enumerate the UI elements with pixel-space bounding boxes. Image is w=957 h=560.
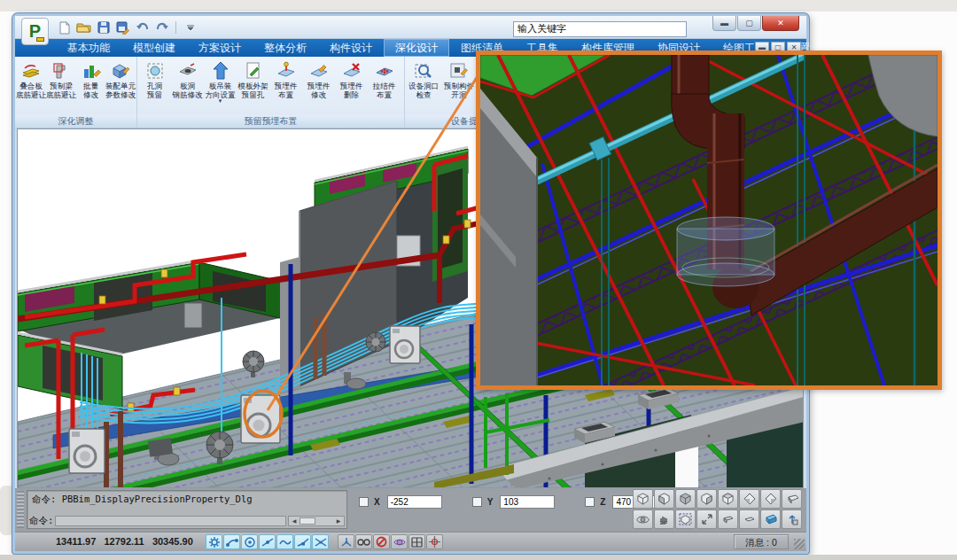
coordinate-inputs: X Y Z xyxy=(359,495,667,509)
tab-component-design[interactable]: 构件设计 xyxy=(318,39,384,57)
panel-drag-handle[interactable] xyxy=(17,491,24,528)
x-label: X xyxy=(374,497,380,507)
composite-slab-rebar-avoid-button[interactable]: 叠合板 底筋避让 xyxy=(16,58,46,115)
tab-overall-analysis[interactable]: 整体分析 xyxy=(253,39,318,57)
keyword-search xyxy=(513,19,687,37)
view-previous-button[interactable] xyxy=(718,509,738,529)
batch-modify-button[interactable]: 批量 修改 xyxy=(76,58,105,115)
tab-model-creation[interactable]: 模型创建 xyxy=(121,39,187,57)
app-logo-button[interactable]: P xyxy=(21,18,49,45)
equipment-box xyxy=(148,438,173,456)
render-mode-button[interactable] xyxy=(760,509,781,529)
precast-beam-rebar-avoid-button[interactable]: 预制梁 底筋避让 xyxy=(46,58,76,115)
hole-reserve-icon xyxy=(144,60,166,82)
hole-reserve-button[interactable]: 孔洞 预留 xyxy=(138,58,171,115)
embed-part-place-button[interactable]: 预埋件 布置 xyxy=(269,58,302,115)
command-window: 命令: PBBim_DisplayPrecisionProperty_Dlg 命… xyxy=(27,490,347,529)
assembly-unit-param-modify-button[interactable]: 装配单元 参数修改 xyxy=(105,58,136,115)
osnap-intersection-button[interactable] xyxy=(312,534,329,549)
polar-tracking-button[interactable] xyxy=(338,534,354,549)
scroll-thumb[interactable] xyxy=(300,517,315,525)
view-bottom-button[interactable] xyxy=(782,489,802,509)
toolbar-separator xyxy=(175,21,176,34)
pan-button[interactable] xyxy=(654,509,674,529)
keyword-search-input[interactable] xyxy=(513,21,687,37)
x-coordinate-field[interactable] xyxy=(387,495,442,509)
formwork-reserve-hole-button[interactable]: 模板外架 预留孔 xyxy=(237,58,269,115)
ucs-locate-button[interactable] xyxy=(782,509,802,529)
orbit-3d-button[interactable] xyxy=(391,534,408,549)
view-back-button[interactable] xyxy=(718,489,738,509)
embed-part-delete-button[interactable]: 预埋件 删除 xyxy=(335,58,368,115)
z-lock-checkbox[interactable] xyxy=(585,497,595,507)
x-lock-checkbox[interactable] xyxy=(359,497,369,507)
view-iso-ne-button[interactable] xyxy=(760,489,781,509)
grid-toggle-button[interactable] xyxy=(408,534,425,549)
view-next-button[interactable] xyxy=(739,509,759,529)
save-as-button[interactable] xyxy=(114,19,131,35)
minimize-button[interactable]: ▬ xyxy=(712,16,736,31)
precast-beam-icon xyxy=(51,60,73,82)
slab-hole-rebar-modify-button[interactable]: 板洞 钢筋修改 xyxy=(171,58,204,115)
slab-hole-icon xyxy=(176,60,198,82)
quick-access-toolbar xyxy=(56,19,198,35)
save-button[interactable] xyxy=(95,19,112,35)
group-label-detailing-adjust: 深化调整 xyxy=(15,115,136,128)
osnap-center-button[interactable] xyxy=(241,534,258,549)
tab-basic-functions[interactable]: 基本功能 xyxy=(56,39,121,57)
equipment-opening-check-button[interactable]: 设备洞口 检查 xyxy=(406,58,441,115)
slab-hoist-direction-button[interactable]: 板吊装 方向设置 ▼ xyxy=(204,58,237,115)
disable-snap-button[interactable] xyxy=(373,534,390,549)
close-button[interactable]: ✕ xyxy=(762,16,799,31)
formwork-hole-icon xyxy=(242,60,264,82)
tab-detailing-design-active[interactable]: 深化设计 xyxy=(384,39,449,57)
messages-counter[interactable]: 消息 : 0 xyxy=(734,534,789,549)
new-document-button[interactable] xyxy=(56,19,73,35)
osnap-settings-button[interactable] xyxy=(206,534,222,549)
osnap-endpoint-button[interactable] xyxy=(223,534,240,549)
crosshair-toggle-button[interactable] xyxy=(426,534,443,549)
osnap-node-button[interactable] xyxy=(294,534,311,549)
scroll-right-icon[interactable]: ▶ xyxy=(333,517,344,524)
view-top-button[interactable] xyxy=(633,489,653,509)
washing-machine xyxy=(241,395,280,443)
osnap-midpoint-button[interactable] xyxy=(259,534,276,549)
view-front-button[interactable] xyxy=(654,489,674,509)
opening-check-magnifier-icon xyxy=(413,60,435,82)
view-left-button[interactable] xyxy=(675,489,696,509)
zoom-window-button[interactable] xyxy=(696,509,717,529)
tab-scheme-design[interactable]: 方案设计 xyxy=(187,39,253,57)
cursor-coordinates: 13411.97 12792.11 30345.90 xyxy=(56,536,193,547)
open-file-button[interactable] xyxy=(75,19,92,35)
desktop-bottom-strip xyxy=(0,555,957,560)
customize-toolbar-dropdown[interactable] xyxy=(182,19,198,35)
undo-button[interactable] xyxy=(134,19,151,35)
view-glasses-button[interactable] xyxy=(355,534,372,549)
maximize-button[interactable]: ▢ xyxy=(737,16,761,31)
ribbon-group-detailing-adjust: 叠合板 底筋避让 预制梁 底筋避让 批量 修改 装配单元 参数修改 深化调整 xyxy=(15,57,137,128)
title-bar: P ▬ ▢ ✕ xyxy=(15,16,806,39)
scroll-left-icon[interactable]: ◀ xyxy=(289,517,300,524)
y-lock-checkbox[interactable] xyxy=(472,497,482,507)
detail-penetration-sleeve xyxy=(677,217,774,286)
command-scrollbar[interactable]: ◀ ▶ xyxy=(288,516,345,526)
osnap-nearest-button[interactable] xyxy=(276,534,293,549)
y-coordinate-field[interactable] xyxy=(500,495,555,509)
tie-place-icon xyxy=(373,60,395,82)
embed-part-modify-button[interactable]: 预埋件 修改 xyxy=(302,58,335,115)
command-input-row: 命令: ◀ ▶ xyxy=(29,515,345,526)
precast-component-open-hole-button[interactable]: 预制构件 开洞 xyxy=(441,58,477,115)
embed-modify-icon xyxy=(307,60,330,82)
redo-button[interactable] xyxy=(153,19,170,35)
free-orbit-button[interactable] xyxy=(633,509,653,529)
command-history-line: 命令: PBBim_DisplayPrecisionProperty_Dlg xyxy=(32,494,253,506)
zoom-extents-button[interactable] xyxy=(675,509,696,529)
open-hole-pencil-icon xyxy=(448,60,471,82)
assembly-unit-icon xyxy=(110,60,132,82)
snap-toolbar xyxy=(206,534,443,549)
view-iso-sw-button[interactable] xyxy=(739,489,759,509)
resize-grip[interactable] xyxy=(794,539,805,549)
view-right-button[interactable] xyxy=(696,489,717,509)
command-input[interactable] xyxy=(55,516,286,526)
tie-part-place-button[interactable]: 拉结件 布置 xyxy=(368,58,401,115)
